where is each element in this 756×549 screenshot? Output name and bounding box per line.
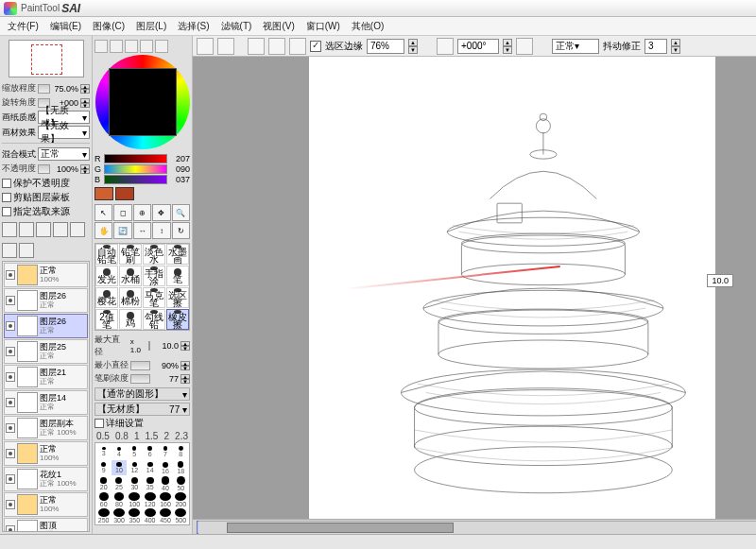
flip-h-icon[interactable] xyxy=(437,38,454,55)
brush-size-cell[interactable]: 20 xyxy=(96,476,111,491)
menu-item[interactable]: 窗口(W) xyxy=(301,18,346,35)
new-folder-button[interactable] xyxy=(19,222,34,237)
quick-tool[interactable]: 🖐 xyxy=(94,222,112,239)
brush-size-cell[interactable]: 60 xyxy=(96,492,111,507)
brush-size-cell[interactable]: 18 xyxy=(174,460,188,475)
quick-tool[interactable]: ◻ xyxy=(113,204,131,221)
brush-preset[interactable]: 选区擦 xyxy=(166,287,189,308)
brush-size-cell[interactable]: 100 xyxy=(128,492,142,507)
swatch-icon[interactable] xyxy=(140,40,153,53)
horizontal-scrollbar[interactable] xyxy=(198,521,756,534)
menu-item[interactable]: 文件(F) xyxy=(2,18,44,35)
quick-tool[interactable]: ↻ xyxy=(172,222,190,239)
brush-size-cell[interactable]: 30 xyxy=(128,476,142,491)
color-wheel[interactable] xyxy=(95,55,190,149)
menu-item[interactable]: 其他(O) xyxy=(346,18,389,35)
clear-button[interactable] xyxy=(2,243,17,258)
angle-value[interactable]: +000° xyxy=(457,39,499,54)
visibility-icon[interactable] xyxy=(6,423,15,433)
brush-size-cell[interactable]: 500 xyxy=(174,508,188,523)
menu-item[interactable]: 视图(V) xyxy=(257,18,300,35)
background-swatch[interactable] xyxy=(115,187,134,200)
rgb-slider[interactable]: R207 xyxy=(94,154,190,163)
menu-item[interactable]: 图像(C) xyxy=(87,18,130,35)
layer-item[interactable]: 图层26正常 xyxy=(4,288,88,313)
layer-item[interactable]: 图层21正常 xyxy=(4,365,88,389)
brush-preset[interactable]: 淡色水 xyxy=(143,244,165,265)
hsv-icon[interactable] xyxy=(125,40,138,53)
brush-size-cell[interactable]: 10 xyxy=(112,460,126,475)
navigator-thumbnail[interactable] xyxy=(9,40,84,77)
blend-mode-dropdown[interactable]: 混合模式 正常▾ xyxy=(2,147,90,161)
brush-size-cell[interactable]: 9 xyxy=(96,460,111,475)
quick-tool[interactable]: ↕ xyxy=(152,222,170,239)
layer-opacity-slider[interactable]: 不透明度 100% ▲▼ xyxy=(2,163,90,175)
brush-size-cell[interactable]: 400 xyxy=(143,508,157,523)
layer-option-checkbox[interactable]: 保护不透明度 xyxy=(2,177,90,190)
brush-section-dropdown[interactable]: 【无材质】77 ▾ xyxy=(94,403,190,416)
visibility-icon[interactable] xyxy=(6,296,15,305)
menu-item[interactable]: 滤镜(T) xyxy=(215,18,258,35)
rgb-slider[interactable]: B037 xyxy=(94,175,190,184)
menu-item[interactable]: 选择(S) xyxy=(172,18,215,35)
canvas-paper[interactable] xyxy=(309,57,715,519)
layer-item[interactable]: 图层副本正常 100% xyxy=(4,416,88,440)
visibility-icon[interactable] xyxy=(6,321,15,331)
layer-item[interactable]: 图层26正常 xyxy=(4,314,88,338)
rgb-icon[interactable] xyxy=(110,40,123,53)
menu-item[interactable]: 编辑(E) xyxy=(44,18,87,35)
stabilizer-value[interactable]: 3 xyxy=(644,39,667,54)
brush-preset[interactable]: 樱花 xyxy=(95,287,118,308)
layer-item[interactable]: 正常100% xyxy=(4,263,88,287)
foreground-swatch[interactable] xyxy=(94,187,113,200)
brush-preset[interactable]: 水墨画 xyxy=(166,244,189,265)
new-layer-button[interactable] xyxy=(2,222,17,237)
scratch-icon[interactable] xyxy=(155,40,168,53)
brush-size-cell[interactable]: 3 xyxy=(96,444,111,459)
brush-preset[interactable]: 鸡 xyxy=(119,309,142,330)
flip-button[interactable] xyxy=(19,243,34,258)
brush-preset[interactable]: 笔 xyxy=(166,266,189,286)
layer-list[interactable]: 正常100%图层26正常图层26正常图层25正常图层21正常图层14正常图层副本… xyxy=(2,261,90,532)
brush-size-cell[interactable]: 120 xyxy=(143,492,157,507)
brush-size-cell[interactable]: 350 xyxy=(128,508,142,523)
brush-param-slider[interactable]: 笔刷浓度77▲▼ xyxy=(94,372,190,385)
edge-value[interactable]: 76% xyxy=(367,39,404,54)
brush-preset[interactable]: 马克笔 xyxy=(143,287,165,308)
deselect-icon[interactable] xyxy=(248,38,265,55)
brush-preset[interactable]: 铅笔刷 xyxy=(119,244,142,265)
selection-edge-checkbox[interactable] xyxy=(310,41,321,52)
redo-icon[interactable] xyxy=(217,38,234,55)
layer-item[interactable]: 图层25正常 xyxy=(4,339,88,364)
brush-size-cell[interactable]: 80 xyxy=(112,492,126,507)
brush-size-cell[interactable]: 40 xyxy=(158,476,172,491)
brush-size-cell[interactable]: 250 xyxy=(96,508,111,523)
material-effect-dropdown[interactable]: 画材效果 【无效果】▾ xyxy=(2,126,90,139)
visibility-icon[interactable] xyxy=(6,347,15,356)
quick-tool[interactable]: ↖ xyxy=(94,204,112,221)
canvas-blend-dropdown[interactable]: 正常 ▾ xyxy=(552,39,599,54)
layer-item[interactable]: 图层14正常 xyxy=(4,390,88,415)
brush-preset[interactable]: 手指涂 xyxy=(143,266,165,286)
quick-tool[interactable]: 🔍 xyxy=(172,204,190,221)
layer-option-checkbox[interactable]: 剪贴图层蒙板 xyxy=(2,191,90,204)
brush-preset[interactable]: 勾线铅 xyxy=(143,309,165,330)
rgb-slider[interactable]: G090 xyxy=(94,164,190,174)
visibility-icon[interactable] xyxy=(6,474,15,484)
visibility-icon[interactable] xyxy=(6,449,15,458)
brush-size-cell[interactable]: 5 xyxy=(128,444,142,459)
brush-preset[interactable]: 2值笔 xyxy=(95,309,118,330)
brush-size-cell[interactable]: 200 xyxy=(174,492,188,507)
brush-preset[interactable]: 水桶 xyxy=(119,266,142,286)
reset-angle-icon[interactable] xyxy=(516,38,533,55)
quick-tool[interactable]: 🔄 xyxy=(113,222,131,239)
menu-item[interactable]: 图层(L) xyxy=(130,18,172,35)
brush-size-cell[interactable]: 14 xyxy=(143,460,157,475)
visibility-icon[interactable] xyxy=(6,398,15,407)
brush-size-cell[interactable]: 16 xyxy=(158,460,172,475)
visibility-icon[interactable] xyxy=(6,525,15,532)
quick-tool[interactable]: ⊕ xyxy=(133,204,151,221)
delete-layer-button[interactable] xyxy=(36,222,51,237)
brush-size-cell[interactable]: 8 xyxy=(174,444,188,459)
brush-size-cell[interactable]: 50 xyxy=(174,476,188,491)
